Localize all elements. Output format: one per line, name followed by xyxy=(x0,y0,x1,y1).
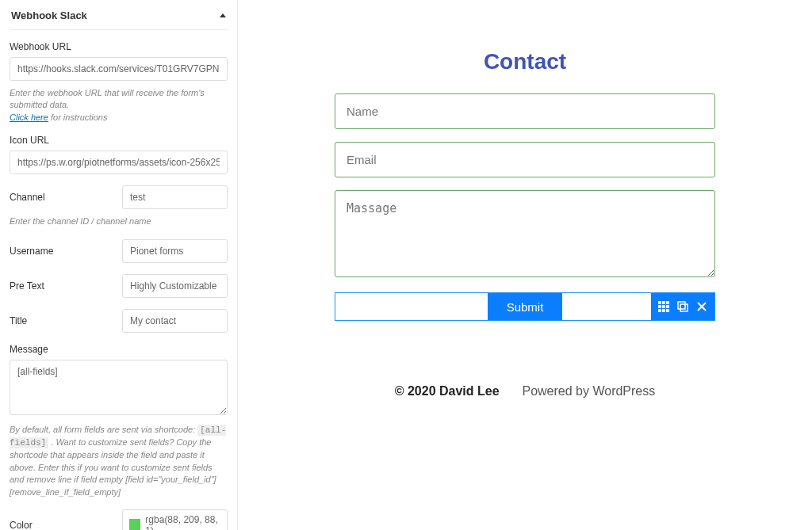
footer-powered: Powered by WordPress xyxy=(522,384,655,398)
name-field[interactable] xyxy=(335,93,715,129)
channel-label: Channel xyxy=(10,192,114,203)
element-toolbar xyxy=(651,293,714,320)
webhook-url-block: Webhook URL Enter the webhook URL that w… xyxy=(10,41,228,124)
email-field[interactable] xyxy=(335,142,715,177)
svg-rect-10 xyxy=(680,304,688,311)
caret-up-icon xyxy=(220,13,226,17)
page-title: Contact xyxy=(254,49,796,74)
webhook-url-help-text: Enter the webhook URL that will receive … xyxy=(10,88,205,109)
contact-form: Submit xyxy=(335,93,715,321)
title-row: Title xyxy=(10,309,228,333)
channel-help: Enter the channel ID / channel name xyxy=(10,215,228,227)
color-value: rgba(88, 209, 88, 1) xyxy=(145,514,220,530)
message-textarea[interactable] xyxy=(10,360,228,415)
svg-rect-7 xyxy=(662,309,665,312)
duplicate-icon[interactable] xyxy=(676,300,689,313)
pretext-label: Pre Text xyxy=(10,280,114,292)
preview-area: Contact Submit © 2020 David Lee Powered … xyxy=(238,0,812,530)
color-swatch-icon xyxy=(129,519,140,530)
svg-rect-1 xyxy=(662,301,665,304)
channel-row: Channel xyxy=(10,185,228,209)
pretext-row: Pre Text xyxy=(10,274,228,298)
svg-rect-9 xyxy=(678,302,685,309)
pretext-input[interactable] xyxy=(122,274,228,298)
webhook-url-input[interactable] xyxy=(10,57,228,81)
svg-rect-3 xyxy=(658,305,661,308)
message-label: Message xyxy=(10,344,228,355)
color-label: Color xyxy=(10,520,114,530)
submit-row[interactable]: Submit xyxy=(335,292,715,321)
icon-url-input[interactable] xyxy=(10,151,228,174)
submit-button[interactable]: Submit xyxy=(488,293,563,320)
grid-icon[interactable] xyxy=(657,300,670,313)
color-row: Color rgba(88, 209, 88, 1) xyxy=(10,509,228,530)
close-icon[interactable] xyxy=(695,300,708,313)
title-input[interactable] xyxy=(122,309,228,333)
settings-sidebar: Webhook Slack Webhook URL Enter the webh… xyxy=(0,0,238,530)
channel-input[interactable] xyxy=(122,185,228,209)
username-row: Username xyxy=(10,239,228,263)
color-input[interactable]: rgba(88, 209, 88, 1) xyxy=(122,509,228,530)
webhook-url-help: Enter the webhook URL that will receive … xyxy=(10,87,228,124)
title-label: Title xyxy=(10,315,114,326)
panel-title: Webhook Slack xyxy=(11,10,87,21)
message-field[interactable] xyxy=(335,190,715,277)
footer-copyright: © 2020 David Lee xyxy=(395,384,500,398)
footer: © 2020 David Lee Powered by WordPress xyxy=(254,384,796,398)
username-input[interactable] xyxy=(122,239,228,263)
svg-rect-6 xyxy=(658,309,661,312)
message-help: By default, all form fields are sent via… xyxy=(10,424,228,498)
svg-rect-5 xyxy=(666,305,669,308)
webhook-instructions-link[interactable]: Click here xyxy=(10,112,48,122)
icon-url-block: Icon URL xyxy=(10,135,228,174)
icon-url-label: Icon URL xyxy=(10,135,228,146)
svg-rect-8 xyxy=(666,309,669,312)
message-help-pre: By default, all form fields are sent via… xyxy=(10,425,197,434)
message-block: Message By default, all form fields are … xyxy=(10,344,228,498)
svg-rect-0 xyxy=(658,301,661,304)
webhook-url-label: Webhook URL xyxy=(10,41,228,52)
username-label: Username xyxy=(10,246,114,257)
svg-rect-2 xyxy=(666,301,669,304)
panel-header[interactable]: Webhook Slack xyxy=(10,5,228,30)
webhook-instructions-tail: for instructions xyxy=(48,112,108,122)
svg-rect-4 xyxy=(662,305,665,308)
